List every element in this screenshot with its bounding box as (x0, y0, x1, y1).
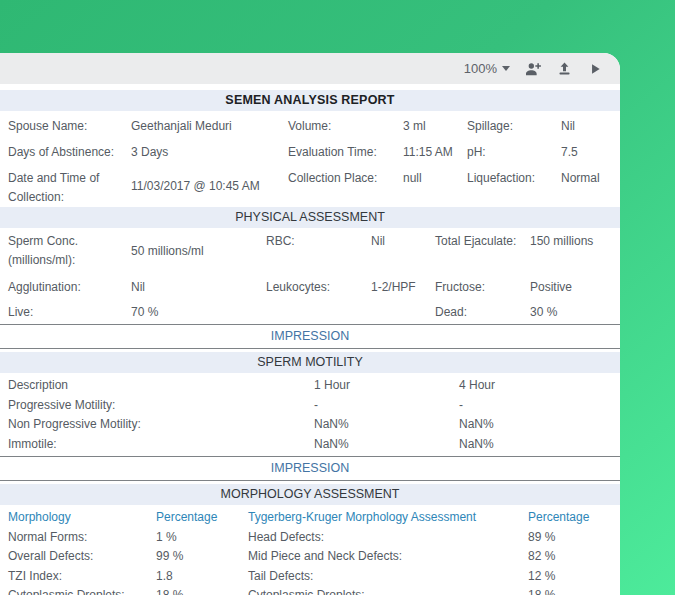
table-row: Immotile: NaN% NaN% (0, 435, 620, 455)
field-label: RBC: (266, 228, 371, 251)
table-row: TZI Index: 1.8 Tail Defects: 12 % (0, 567, 620, 587)
app-background: { "toolbar": { "zoom_value": "100%", "ic… (0, 0, 675, 595)
field-value: 30 % (530, 305, 612, 319)
patient-info-section: Spouse Name: Geethanjali Meduri Volume: … (0, 113, 620, 207)
viewer-toolbar: 100% (0, 53, 620, 84)
section-header-morphology: MORPHOLOGY ASSESSMENT (0, 484, 620, 505)
field-value: NaN% (314, 435, 459, 455)
field-value: Positive (530, 280, 612, 294)
field-value: NaN% (459, 415, 612, 435)
column-header: Morphology (8, 508, 156, 528)
field-label: Spillage: (467, 119, 561, 133)
field-value: 3 ml (403, 119, 467, 133)
field-value: 70 % (131, 305, 266, 319)
table-row: Days of Abstinence: 3 Days Evaluation Ti… (0, 139, 620, 165)
field-value: Normal (561, 165, 612, 188)
person-add-icon (525, 61, 541, 77)
field-label: Leukocytes: (266, 280, 371, 294)
field-label: Sperm Conc. (millions/ml): (8, 228, 131, 270)
field-value: Nil (561, 119, 612, 133)
field-label: Collection Place: (288, 165, 403, 188)
table-row: Cytoplasmic Droplets: 18 % Cytoplasmic D… (0, 586, 620, 595)
table-row: Progressive Motility: - - (0, 396, 620, 416)
section-header-physical: PHYSICAL ASSESSMENT (0, 207, 620, 228)
field-value: 50 millions/ml (131, 242, 266, 261)
zoom-level-dropdown[interactable]: 100% (464, 61, 510, 76)
table-row: Spouse Name: Geethanjali Meduri Volume: … (0, 113, 620, 139)
table-header-row: Morphology Percentage Tygerberg-Kruger M… (0, 508, 620, 528)
field-label: Evaluation Time: (288, 145, 403, 159)
field-label: Spouse Name: (8, 119, 131, 133)
field-value: 18 % (528, 586, 612, 595)
table-row: Overall Defects: 99 % Mid Piece and Neck… (0, 547, 620, 567)
field-value: 150 millions (530, 228, 612, 251)
physical-section: Sperm Conc. (millions/ml): 50 millions/m… (0, 228, 620, 324)
table-row: Normal Forms: 1 % Head Defects: 89 % (0, 528, 620, 548)
upload-icon (557, 61, 572, 76)
field-label: Live: (8, 305, 131, 319)
field-value: 89 % (528, 528, 612, 548)
field-value: - (314, 396, 459, 416)
field-value: Nil (371, 228, 435, 251)
impression-header: IMPRESSION (0, 324, 620, 349)
table-row: Non Progressive Motility: NaN% NaN% (0, 415, 620, 435)
field-label: Total Ejaculate: (435, 228, 530, 251)
impression-header: IMPRESSION (0, 456, 620, 481)
field-label: Progressive Motility: (8, 396, 314, 416)
caret-down-icon (502, 66, 510, 71)
column-header: Description (8, 376, 314, 396)
field-value: NaN% (459, 435, 612, 455)
field-label: Tail Defects: (248, 567, 528, 587)
field-value: 7.5 (561, 145, 612, 159)
field-value: Geethanjali Meduri (131, 119, 288, 133)
field-value: 1-2/HPF (371, 280, 435, 294)
field-label: Overall Defects: (8, 547, 156, 567)
field-label: Mid Piece and Neck Defects: (248, 547, 528, 567)
table-row: Agglutination: Nil Leukocytes: 1-2/HPF F… (0, 274, 620, 300)
report-body: SEMEN ANALYSIS REPORT Spouse Name: Geeth… (0, 84, 620, 595)
field-label: Fructose: (435, 280, 530, 294)
field-value: 12 % (528, 567, 612, 587)
field-label: Immotile: (8, 435, 314, 455)
column-header: Tygerberg-Kruger Morphology Assessment (248, 508, 528, 528)
column-header: Percentage (528, 508, 612, 528)
field-value: 99 % (156, 547, 248, 567)
field-value: - (459, 396, 612, 416)
table-header-row: Description 1 Hour 4 Hour (0, 376, 620, 396)
motility-section: Description 1 Hour 4 Hour Progressive Mo… (0, 373, 620, 456)
field-value: 82 % (528, 547, 612, 567)
report-viewer-panel: 100% SEMEN ANALYSIS REPORT Spo (0, 53, 620, 595)
report-title: SEMEN ANALYSIS REPORT (0, 90, 620, 111)
table-row: Live: 70 % Dead: 30 % (0, 300, 620, 324)
upload-button[interactable] (556, 61, 572, 77)
section-header-motility: SPERM MOTILITY (0, 352, 620, 373)
field-value: 1.8 (156, 567, 248, 587)
field-value: 3 Days (131, 145, 288, 159)
field-label: Date and Time of Collection: (8, 165, 131, 207)
field-label: Dead: (435, 305, 530, 319)
table-row: Sperm Conc. (millions/ml): 50 millions/m… (0, 228, 620, 274)
field-value: NaN% (314, 415, 459, 435)
field-label: Agglutination: (8, 280, 131, 294)
morphology-section: Morphology Percentage Tygerberg-Kruger M… (0, 505, 620, 595)
column-header: Percentage (156, 508, 248, 528)
play-button[interactable] (587, 61, 603, 77)
field-value: null (403, 165, 467, 188)
field-label: TZI Index: (8, 567, 156, 587)
field-value: 11/03/2017 @ 10:45 AM (131, 177, 288, 196)
field-label: Head Defects: (248, 528, 528, 548)
field-value: 1 % (156, 528, 248, 548)
column-header: 4 Hour (459, 376, 612, 396)
field-label: Normal Forms: (8, 528, 156, 548)
field-value: Nil (131, 280, 266, 294)
zoom-level-value: 100% (464, 61, 497, 76)
play-icon (588, 62, 602, 76)
field-label: Non Progressive Motility: (8, 415, 314, 435)
column-header: 1 Hour (314, 376, 459, 396)
field-label: Days of Abstinence: (8, 145, 131, 159)
field-label: Cytoplasmic Droplets: (248, 586, 528, 595)
field-label: pH: (467, 145, 561, 159)
person-add-button[interactable] (525, 61, 541, 77)
table-row: Date and Time of Collection: 11/03/2017 … (0, 165, 620, 207)
field-value: 11:15 AM (403, 145, 467, 159)
